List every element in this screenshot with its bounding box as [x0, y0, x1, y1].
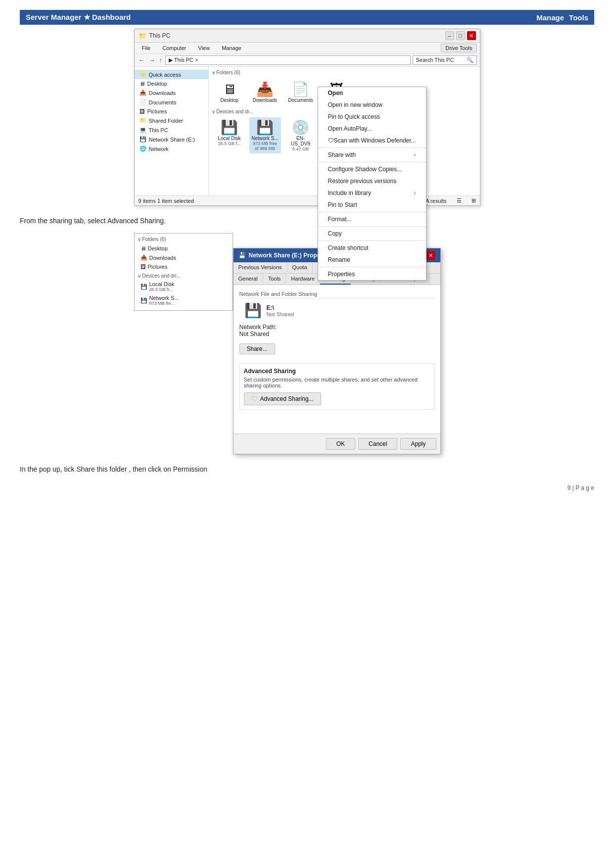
- network-icon: 🌐: [140, 145, 146, 152]
- behind-downloads-icon: 📥: [141, 254, 147, 261]
- ctx-open-new-window[interactable]: Open in new window: [318, 99, 426, 111]
- explorer-title: This PC: [149, 32, 171, 39]
- sidebar-item-this-pc[interactable]: 💻 This PC: [135, 125, 208, 135]
- explorer-ribbon: File Computer View Manage Drive Tools: [135, 43, 480, 54]
- context-menu: Open Open in new window Pin to Quick acc…: [318, 87, 426, 281]
- ctx-pin-start[interactable]: Pin to Start: [318, 199, 426, 211]
- desktop-icon: 🖥: [140, 81, 145, 87]
- ctx-properties[interactable]: Properties: [318, 268, 426, 280]
- props-tab-hardware[interactable]: Hardware: [286, 274, 320, 285]
- props-title-icon: 💾: [238, 252, 246, 259]
- drive-icon: 💾: [244, 302, 262, 319]
- tab-view[interactable]: View: [194, 44, 215, 52]
- ctx-open-autoplay[interactable]: Open AutoPlay...: [318, 123, 426, 135]
- ctx-create-shortcut[interactable]: Create shortcut: [318, 242, 426, 254]
- ctx-rename[interactable]: Rename: [318, 254, 426, 266]
- file-item-local-disk[interactable]: 💾 Local Disk 35.5 GB f...: [214, 117, 245, 153]
- header-title: Server Manager ★ Dashboard: [26, 13, 131, 22]
- tools-label: Tools: [569, 13, 588, 22]
- statusbar-text: 9 items 1 item selected: [139, 198, 194, 204]
- this-pc-icon: 💻: [140, 127, 146, 133]
- props-tab-previous-versions[interactable]: Previous Versions: [234, 262, 287, 273]
- props-footer: OK Cancel Apply: [234, 434, 440, 454]
- network-size: 973 MB free of 989 MB: [251, 141, 279, 151]
- ctx-format[interactable]: Format...: [318, 213, 426, 225]
- network-share-icon: 💾: [140, 136, 146, 143]
- share-button[interactable]: Share...: [239, 343, 275, 354]
- view-grid-icon[interactable]: ⊞: [472, 197, 476, 204]
- documents-file-label: Documents: [288, 97, 313, 103]
- file-item-downloads[interactable]: 📥 Downloads: [249, 79, 281, 105]
- ok-button[interactable]: OK: [326, 438, 355, 450]
- tab-computer[interactable]: Computer: [158, 44, 190, 52]
- props-tab-quota[interactable]: Quota: [287, 262, 313, 273]
- behind-pictures[interactable]: 🖼Pictures: [138, 262, 230, 271]
- file-item-desktop[interactable]: 🖥 Desktop: [214, 79, 245, 105]
- local-disk-size: 35.5 GB f...: [218, 141, 241, 146]
- address-text: ▶ This PC >: [169, 57, 198, 63]
- section-title-sharing: Network File and Folder Sharing: [239, 291, 434, 298]
- behind-desktop-icon: 🖥: [141, 245, 146, 251]
- tab-manage[interactable]: Manage: [217, 44, 246, 52]
- behind-network-share[interactable]: 💾 Network S... 973 MB fre...: [138, 293, 230, 307]
- ctx-sep-5: [318, 241, 426, 241]
- page-number: 9 | P a g e: [20, 484, 594, 491]
- pictures-icon: 🖼: [140, 108, 145, 114]
- sidebar-item-documents[interactable]: 📄 Documents: [135, 97, 208, 107]
- network-path-label: Network Path:: [239, 324, 434, 331]
- ctx-restore-previous[interactable]: Restore previous versions: [318, 175, 426, 187]
- tab-file[interactable]: File: [138, 44, 155, 52]
- ctx-sep-1: [318, 147, 426, 148]
- cancel-button[interactable]: Cancel: [358, 438, 397, 450]
- search-bar[interactable]: Search This PC 🔍: [413, 55, 477, 65]
- shared-folder-icon: 📁: [140, 117, 146, 124]
- explorer-titlebar: 📁 This PC – □ ✕: [135, 29, 480, 43]
- explorer-window-1: 📁 This PC – □ ✕ File Computer View Manag…: [134, 29, 480, 206]
- sidebar-item-network-share[interactable]: 💾 Network Share (E:): [135, 135, 208, 144]
- sidebar-item-shared-folder[interactable]: 📁 Shared Folder: [135, 116, 208, 125]
- minimize-button[interactable]: –: [445, 31, 454, 40]
- network-path-section: Network Path: Not Shared: [239, 324, 434, 338]
- en-drive-label: EN-US_DV9: [287, 136, 315, 146]
- up-arrow-icon[interactable]: ↑: [158, 56, 164, 64]
- ctx-pin-quick-access[interactable]: Pin to Quick access: [318, 111, 426, 123]
- apply-button[interactable]: Apply: [400, 438, 436, 450]
- advanced-sharing-button[interactable]: 🛡 Advanced Sharing...: [244, 392, 321, 405]
- shield-icon: 🛡: [251, 395, 258, 403]
- defender-icon: 🛡: [328, 137, 334, 144]
- maximize-button[interactable]: □: [456, 31, 465, 40]
- props-tab-tools[interactable]: Tools: [263, 274, 286, 285]
- sidebar-item-downloads[interactable]: 📥 Downloads: [135, 88, 208, 97]
- ctx-copy[interactable]: Copy: [318, 228, 426, 240]
- sidebar-item-desktop[interactable]: 🖥 Desktop: [135, 79, 208, 88]
- sidebar-item-network[interactable]: 🌐 Network: [135, 144, 208, 153]
- ctx-shadow-copies[interactable]: Configure Shadow Copies...: [318, 163, 426, 175]
- forward-arrow-icon[interactable]: →: [148, 56, 156, 64]
- close-button[interactable]: ✕: [467, 31, 476, 40]
- sidebar-item-quick-access[interactable]: ⭐ Quick access: [135, 70, 208, 79]
- sidebar-item-pictures[interactable]: 🖼 Pictures: [135, 107, 208, 116]
- view-list-icon[interactable]: ☰: [457, 197, 462, 204]
- ctx-include-library[interactable]: Include in library ›: [318, 187, 426, 199]
- props-close-button[interactable]: ✕: [426, 251, 435, 260]
- advanced-desc: Set custom permissions, create multiple …: [244, 377, 430, 388]
- file-item-en[interactable]: 💿 EN-US_DV9 5.47 GB: [285, 117, 317, 153]
- behind-desktop[interactable]: 🖥Desktop: [138, 244, 230, 253]
- ctx-open[interactable]: Open: [318, 87, 426, 99]
- drive-tools-button[interactable]: Drive Tools: [441, 44, 476, 52]
- ctx-scan-defender[interactable]: 🛡 Scan with Windows Defender...: [318, 135, 426, 146]
- props-tab-general[interactable]: General: [234, 274, 263, 285]
- ctx-share-with[interactable]: Share with ›: [318, 149, 426, 161]
- explorer-statusbar: 9 items 1 item selected BPA results | BP…: [135, 195, 480, 205]
- documents-file-icon: 📄: [292, 81, 309, 97]
- file-item-documents[interactable]: 📄 Documents: [285, 79, 317, 105]
- back-arrow-icon[interactable]: ←: [138, 56, 146, 64]
- behind-local-disk[interactable]: 💾 Local Disk 35.5 GB fr...: [138, 280, 230, 293]
- behind-downloads[interactable]: 📥Downloads: [138, 253, 230, 262]
- address-bar[interactable]: ▶ This PC >: [165, 55, 411, 65]
- en-drive-icon: 💿: [292, 119, 309, 136]
- ctx-sep-4: [318, 226, 426, 227]
- share-with-arrow-icon: ›: [414, 151, 416, 158]
- file-item-network[interactable]: 💾 Network S... 973 MB free of 989 MB: [249, 117, 281, 153]
- local-disk-label: Local Disk: [218, 136, 240, 141]
